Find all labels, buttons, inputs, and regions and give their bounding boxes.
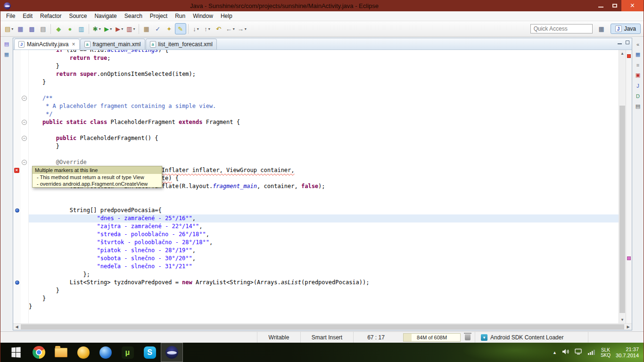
code-line[interactable]: "štvrtok - polooblačno - 28°/18°", <box>29 239 619 247</box>
horizontal-scroll-thumb[interactable] <box>21 324 624 329</box>
fold-collapse-button[interactable]: − <box>22 136 27 141</box>
code-line[interactable]: String[] predpovedPocasia={ <box>29 206 619 214</box>
hidden-icons-button[interactable]: ▲ <box>553 350 557 355</box>
menu-search[interactable]: Search <box>121 11 146 21</box>
scroll-down-arrow[interactable]: ▼ <box>619 316 626 323</box>
menu-source[interactable]: Source <box>65 11 91 21</box>
code-line[interactable]: public static class PlaceholderFragment … <box>29 118 619 126</box>
code-line[interactable]: return super.onOptionsItemSelected(item)… <box>29 70 619 78</box>
horizontal-scrollbar[interactable]: ◀ ▶ <box>13 323 632 330</box>
save-all-button[interactable]: ▩ <box>26 23 37 34</box>
vertical-scroll-thumb[interactable] <box>619 106 625 313</box>
open-perspective-button[interactable]: ▦ <box>596 24 607 34</box>
print-button[interactable]: ▤ <box>37 23 49 34</box>
last-edit-location-button[interactable]: ↶ <box>213 23 224 34</box>
android-sdk-manager-button[interactable]: ● <box>64 23 75 34</box>
menu-navigate[interactable]: Navigate <box>91 11 120 21</box>
restore-views-button[interactable]: « <box>633 40 643 49</box>
debug-button[interactable]: ✱▾ <box>91 23 102 34</box>
open-task-button[interactable]: ✓ <box>152 23 164 34</box>
menu-edit[interactable]: Edit <box>19 11 36 21</box>
annotation-ruler[interactable]: × <box>13 50 21 323</box>
declaration-button[interactable]: D <box>633 91 643 100</box>
display-icon[interactable] <box>575 348 582 356</box>
garbage-collect-button[interactable] <box>465 334 471 340</box>
overview-marker[interactable] <box>627 256 631 260</box>
code-line[interactable]: } <box>29 142 619 150</box>
code-line[interactable] <box>29 198 619 206</box>
next-annotation-button[interactable]: ↓▾ <box>190 23 202 34</box>
menu-run[interactable]: Run <box>171 11 189 21</box>
fold-collapse-button[interactable]: − <box>22 96 27 101</box>
overview-marker[interactable] <box>627 54 631 58</box>
code-line[interactable]: @Override <box>29 158 619 166</box>
taskbar-start-button[interactable] <box>3 343 28 362</box>
android-virtual-device-manager-button[interactable]: ▥ <box>75 23 87 34</box>
new-android-app-button[interactable]: ◆ <box>53 23 64 34</box>
code-line[interactable] <box>29 190 619 198</box>
minimize-button[interactable] <box>594 0 608 11</box>
eclipse-logo-icon[interactable] <box>4 2 11 9</box>
scroll-left-arrow[interactable]: ◀ <box>13 324 20 330</box>
problems-button[interactable]: ▣ <box>633 71 643 80</box>
taskbar-app-blue-icon[interactable] <box>94 343 116 362</box>
breakpoint-marker[interactable] <box>15 208 19 213</box>
code-line[interactable]: if (id == R.id.action_settings) { <box>29 50 619 54</box>
forward-button[interactable]: →▾ <box>236 23 248 34</box>
taskbar-utorrent-icon[interactable]: µ <box>116 343 139 362</box>
code-line[interactable]: */ <box>29 110 619 118</box>
taskbar-skype-icon[interactable]: S <box>139 343 161 362</box>
search-button[interactable]: ✦ <box>164 23 175 34</box>
code-line[interactable] <box>29 86 619 94</box>
code-line[interactable]: }; <box>29 271 619 279</box>
code-line[interactable]: public PlaceholderFragment() { <box>29 134 619 142</box>
close-button[interactable]: × <box>621 0 644 11</box>
tab-close-button[interactable]: × <box>72 41 75 47</box>
run-button[interactable]: ▶▾ <box>102 23 114 34</box>
network-signal-icon[interactable] <box>587 349 595 356</box>
code-line[interactable]: } <box>29 287 619 295</box>
new-button[interactable]: ▤▾ <box>3 23 15 34</box>
menu-project[interactable]: Project <box>146 11 171 21</box>
fold-collapse-button[interactable]: − <box>22 160 27 165</box>
task-list-button[interactable]: ▦ <box>633 50 643 59</box>
error-marker-icon[interactable]: × <box>14 168 19 173</box>
save-button[interactable]: ▦ <box>15 23 26 34</box>
code-line[interactable] <box>29 126 619 134</box>
code-line[interactable]: "nedeľa - slnečno - 31°/21°" <box>29 263 619 271</box>
scroll-right-arrow[interactable]: ▶ <box>625 324 632 330</box>
code-line[interactable]: List<String> tyzdnovaPredpoved = new Arr… <box>29 279 619 287</box>
vertical-scrollbar[interactable]: ▲ ▼ <box>619 50 626 323</box>
fold-collapse-button[interactable]: − <box>22 120 27 125</box>
external-tools-button[interactable]: ▶▾ <box>114 23 125 34</box>
previous-annotation-button[interactable]: ↑▾ <box>202 23 213 34</box>
clock[interactable]: 21:37 30.7.2014 <box>616 346 639 359</box>
job-status[interactable]: ▾ Android SDK Content Loader <box>475 332 588 343</box>
code-line[interactable]: return true; <box>29 54 619 62</box>
editor-tab-list_item_forecast-xml[interactable]: alist_item_forecast.xml <box>146 39 217 49</box>
scroll-up-arrow[interactable]: ▲ <box>619 50 626 57</box>
new-java-package-button[interactable]: ▦ <box>141 23 152 34</box>
code-line[interactable]: "dnes - zamračené - 25°/16°", <box>29 214 619 222</box>
maximize-editor-icon[interactable] <box>626 41 629 44</box>
back-button[interactable]: ←▾ <box>224 23 236 34</box>
code-line[interactable]: } <box>29 303 619 311</box>
code-line[interactable]: } <box>29 295 619 303</box>
code-line[interactable]: } <box>29 78 619 86</box>
editor-tab-mainactivity-java[interactable]: JMainActivity.java× <box>14 39 80 49</box>
code-line[interactable]: "zajtra - zamračené - 22°/14°", <box>29 222 619 230</box>
menu-file[interactable]: File <box>2 11 19 21</box>
toggle-mark-occurrences-button[interactable]: ✎ <box>175 23 186 34</box>
package-explorer-button[interactable]: ▤ <box>2 40 11 49</box>
taskbar-file-explorer-icon[interactable] <box>50 343 72 362</box>
taskbar-eclipse-icon[interactable] <box>161 343 183 362</box>
console-button[interactable]: ▤ <box>633 102 643 111</box>
volume-icon[interactable] <box>562 348 570 356</box>
coverage-button[interactable]: ▥▾ <box>125 23 136 34</box>
code-line[interactable]: * A placeholder fragment containing a si… <box>29 102 619 110</box>
menu-help[interactable]: Help <box>217 11 236 21</box>
language-indicator[interactable]: SLK SKQ <box>601 347 611 358</box>
code-line[interactable] <box>29 150 619 158</box>
taskbar-chrome-icon[interactable] <box>28 343 50 362</box>
java-perspective-button[interactable]: J Java <box>611 24 641 34</box>
